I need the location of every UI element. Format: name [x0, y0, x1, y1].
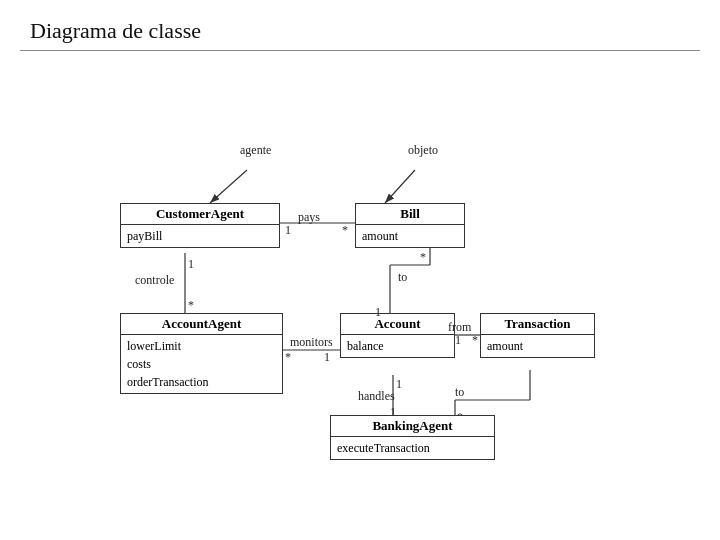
account-agent-header: AccountAgent	[121, 314, 282, 335]
monitors-label: monitors	[290, 335, 333, 350]
divider	[20, 50, 700, 51]
banking-agent-box: BankingAgent executeTransaction	[330, 415, 495, 460]
mult-star-account-trans: *	[472, 333, 478, 348]
mult-1-bill-account: 1	[375, 305, 381, 320]
mult-1-account-banking: 1	[396, 377, 402, 392]
mult-1-account-trans: 1	[455, 333, 461, 348]
mult-star-bill-account: *	[420, 250, 426, 265]
account-header: Account	[341, 314, 454, 335]
bill-body: amount	[356, 225, 464, 247]
customer-agent-body: payBill	[121, 225, 279, 247]
bill-box: Bill amount	[355, 203, 465, 248]
account-agent-lowerLimit: lowerLimit	[127, 337, 276, 355]
bill-amount: amount	[362, 227, 458, 245]
banking-agent-executeTransaction: executeTransaction	[337, 439, 488, 457]
mult-star-monitors-left: *	[285, 350, 291, 365]
customer-agent-payBill: payBill	[127, 227, 273, 245]
transaction-header: Transaction	[481, 314, 594, 335]
mult-star-controle-bot: *	[188, 298, 194, 313]
diagram-area: agente objeto CustomerAgent payBill Bill…	[0, 55, 720, 515]
customer-agent-header: CustomerAgent	[121, 204, 279, 225]
agente-label: agente	[240, 143, 271, 158]
mult-1-controle-top: 1	[188, 257, 194, 272]
controle-label: controle	[135, 273, 174, 288]
bill-header: Bill	[356, 204, 464, 225]
mult-1-monitors-right: 1	[324, 350, 330, 365]
to1-label: to	[398, 270, 407, 285]
transaction-body: amount	[481, 335, 594, 357]
account-balance: balance	[347, 337, 448, 355]
svg-line-3	[385, 170, 415, 203]
transaction-amount: amount	[487, 337, 588, 355]
mult-star-pays-right: *	[342, 223, 348, 238]
customer-agent-box: CustomerAgent payBill	[120, 203, 280, 248]
banking-agent-body: executeTransaction	[331, 437, 494, 459]
account-agent-orderTransaction: orderTransaction	[127, 373, 276, 391]
objeto-label: objeto	[408, 143, 438, 158]
account-body: balance	[341, 335, 454, 357]
account-box: Account balance	[340, 313, 455, 358]
account-agent-body: lowerLimit costs orderTransaction	[121, 335, 282, 393]
transaction-box: Transaction amount	[480, 313, 595, 358]
handles-label: handles	[358, 389, 395, 404]
svg-line-2	[210, 170, 247, 203]
account-agent-box: AccountAgent lowerLimit costs orderTrans…	[120, 313, 283, 394]
banking-agent-header: BankingAgent	[331, 416, 494, 437]
pays-label: pays	[298, 210, 320, 225]
mult-1-pays-left: 1	[285, 223, 291, 238]
page-title: Diagrama de classe	[0, 0, 720, 50]
to2-label: to	[455, 385, 464, 400]
account-agent-costs: costs	[127, 355, 276, 373]
